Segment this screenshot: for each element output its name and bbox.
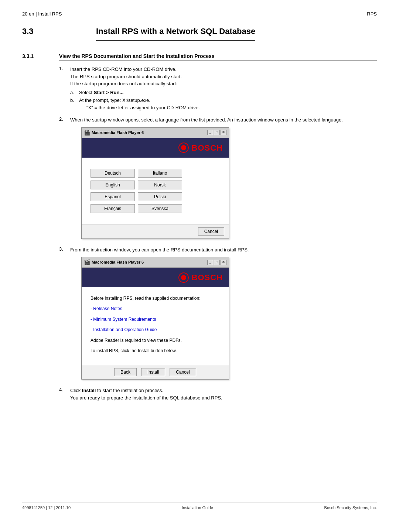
cancel-button-1[interactable]: Cancel [198, 227, 224, 236]
step-1b-text: At the prompt, type: X:\setup.exe. [79, 97, 150, 103]
step-4-sub: You are ready to prepare the installatio… [70, 395, 222, 401]
flash-link-1[interactable]: - Release Notes [91, 305, 220, 312]
flash-maximize-btn-2[interactable]: □ [214, 260, 220, 265]
flash-footer-1: Cancel [82, 224, 229, 238]
lang-btn-italiano[interactable]: Italiano [138, 169, 182, 178]
section-title: Install RPS with a Network SQL Database [96, 27, 255, 41]
back-button[interactable]: Back [114, 368, 137, 376]
step-1a-text: Select Start > Run... [79, 89, 123, 96]
lang-btn-francais[interactable]: Français [91, 204, 135, 213]
step-4-num: 4. [59, 387, 70, 392]
lang-btn-espanol[interactable]: Español [91, 192, 135, 201]
footer-center: Installation Guide [182, 505, 213, 510]
flash-close-btn-1[interactable]: ✕ [221, 130, 226, 135]
step-1b-label: b. [70, 97, 79, 111]
lang-btn-svenska[interactable]: Svenska [138, 204, 182, 213]
step-4: 4. Click Install to start the installati… [59, 387, 377, 401]
bosch-logo-1: BOSCH [178, 142, 223, 154]
step-1-main: Insert the RPS CD-ROM into your CD-ROM d… [70, 66, 177, 72]
flash-titlebar-2: 🎬 Macromedia Flash Player 6 _ □ ✕ [82, 257, 229, 268]
flash-minimize-btn-1[interactable]: _ [207, 130, 213, 135]
page-footer: 4998141259 | 12 | 2011.10 Installation G… [22, 502, 377, 510]
step-3-main: From the instruction window, you can ope… [70, 247, 249, 253]
step-1a-label: a. [70, 89, 79, 96]
step-1b-indent: "X" = the drive letter assigned to your … [86, 105, 200, 110]
flash-note2: To install RPS, click the Install button… [91, 347, 220, 354]
flash-link-3[interactable]: - Installation and Operation Guide [91, 326, 220, 333]
flash-minimize-btn-2[interactable]: _ [207, 260, 213, 265]
install-button[interactable]: Install [141, 368, 165, 376]
footer-right: Bosch Security Systems, Inc. [324, 505, 377, 510]
flash-title-text-1: Macromedia Flash Player 6 [92, 130, 144, 136]
step-1a: a. Select Start > Run... [70, 89, 377, 96]
step-2-num: 2. [59, 116, 70, 122]
step-4-main: Click Install to start the installation … [70, 388, 163, 393]
step-1: 1. Insert the RPS CD-ROM into your CD-RO… [59, 66, 377, 113]
lang-btn-deutsch[interactable]: Deutsch [91, 169, 135, 178]
footer-left: 4998141259 | 12 | 2011.10 [22, 505, 71, 510]
bosch-icon-inner-2 [181, 275, 186, 280]
lang-btn-english[interactable]: English [91, 181, 135, 189]
flash-footer-2: Back Install Cancel [82, 365, 229, 379]
bosch-logo-2: BOSCH [178, 271, 223, 284]
cancel-button-2[interactable]: Cancel [170, 368, 196, 376]
header-right: RPS [367, 11, 377, 17]
bosch-icon-2 [178, 272, 189, 283]
flash-icon-1: 🎬 [84, 129, 90, 137]
step-2: 2. When the startup window opens, select… [59, 116, 377, 243]
bosch-icon-inner-1 [181, 145, 186, 150]
step-3-num: 3. [59, 246, 70, 252]
lang-grid: Deutsch Italiano English Norsk Español P… [91, 169, 220, 213]
step-2-main: When the startup window opens, select a … [70, 117, 343, 123]
bosch-icon-1 [178, 143, 189, 153]
flash-title-text-2: Macromedia Flash Player 6 [92, 259, 144, 265]
flash-body-1: Deutsch Italiano English Norsk Español P… [82, 158, 229, 224]
flash-window-1: 🎬 Macromedia Flash Player 6 _ □ ✕ [81, 127, 229, 239]
flash-body-2: Before installing RPS, read the supplied… [82, 287, 229, 365]
flash-intro: Before installing RPS, read the supplied… [91, 295, 220, 302]
flash-header-1: BOSCH [82, 138, 229, 158]
lang-btn-polski[interactable]: Polski [138, 192, 182, 201]
flash-icon-2: 🎬 [84, 258, 90, 266]
bosch-text-2: BOSCH [192, 271, 223, 284]
step-3: 3. From the instruction window, you can … [59, 246, 377, 384]
step-1-sub1: The RPS startup program should automatic… [70, 74, 182, 79]
flash-window-2: 🎬 Macromedia Flash Player 6 _ □ ✕ [81, 257, 229, 380]
flash-link-2[interactable]: - Minimum System Requirements [91, 316, 220, 323]
header-left: 20 en | Install RPS [22, 11, 62, 17]
step-1b: b. At the prompt, type: X:\setup.exe. "X… [70, 97, 377, 111]
flash-close-btn-2[interactable]: ✕ [221, 260, 226, 265]
flash-titlebar-1: 🎬 Macromedia Flash Player 6 _ □ ✕ [82, 128, 229, 138]
bosch-text-1: BOSCH [192, 142, 223, 154]
lang-btn-norsk[interactable]: Norsk [138, 181, 182, 189]
section-number: 3.3 [22, 27, 59, 47]
step-1-sub2: If the startup program does not automati… [70, 81, 177, 86]
flash-note1: Adobe Reader is required to view these P… [91, 337, 220, 344]
flash-header-2: BOSCH [82, 268, 229, 287]
subsection-number: 3.3.1 [22, 53, 59, 66]
flash-maximize-btn-1[interactable]: □ [214, 130, 220, 135]
step-1-num: 1. [59, 66, 70, 71]
subsection-title: View the RPS Documentation and Start the… [59, 53, 377, 61]
